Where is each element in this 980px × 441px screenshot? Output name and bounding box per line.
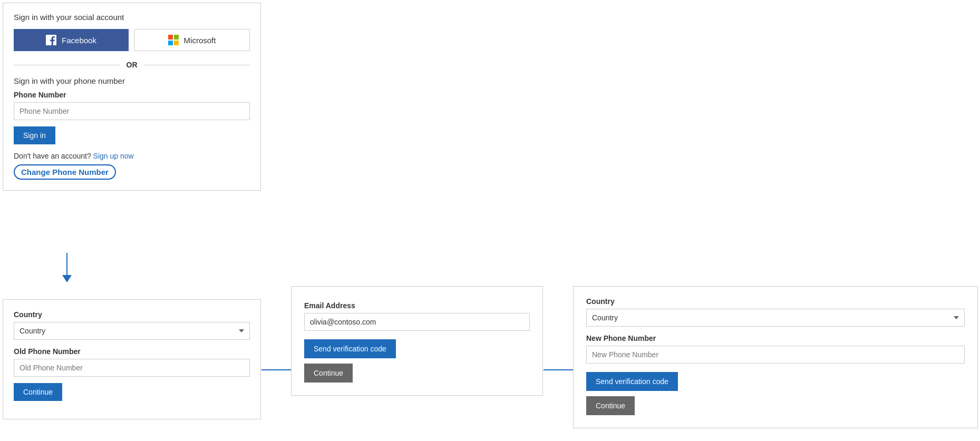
new-phone-label: New Phone Number (586, 334, 965, 342)
new-phone-panel: Country Country New Phone Number Send ve… (573, 286, 978, 428)
divider-line-left (14, 65, 120, 65)
new-country-label: Country (586, 297, 965, 306)
no-account-text: Don't have an account? (14, 152, 91, 160)
change-phone-link[interactable]: Change Phone Number (14, 164, 116, 180)
change-phone-panel: Country Country Old Phone Number Continu… (3, 299, 261, 419)
divider-line-right (144, 65, 250, 65)
email-continue-button[interactable]: Continue (304, 364, 353, 383)
country-label: Country (14, 310, 250, 319)
change-continue-button[interactable]: Continue (14, 383, 62, 401)
arrow-down-line (66, 253, 67, 277)
social-buttons-container: Facebook Microsoft (14, 29, 250, 51)
arrow-down-head (62, 275, 72, 282)
arrow-line-2 (544, 369, 573, 370)
divider: OR (14, 61, 250, 69)
phone-number-label: Phone Number (14, 91, 250, 99)
signin-panel: Sign in with your social account Faceboo… (3, 3, 261, 191)
country-select[interactable]: Country (14, 322, 250, 340)
new-phone-input[interactable] (586, 346, 965, 364)
social-title: Sign in with your social account (14, 13, 250, 22)
facebook-button[interactable]: Facebook (14, 29, 129, 51)
facebook-icon (46, 35, 56, 45)
microsoft-label: Microsoft (184, 36, 216, 45)
email-send-code-button[interactable]: Send verification code (304, 339, 396, 358)
new-country-select[interactable]: Country (586, 309, 965, 327)
signup-link[interactable]: Sign up now (93, 152, 134, 160)
old-phone-label: Old Phone Number (14, 347, 250, 356)
old-phone-input[interactable] (14, 359, 250, 377)
email-label: Email Address (304, 301, 530, 310)
phone-number-input[interactable] (14, 102, 250, 120)
signin-footer: Don't have an account? Sign up now (14, 152, 250, 160)
new-send-code-button[interactable]: Send verification code (586, 372, 678, 391)
arrow-line-1 (261, 369, 291, 370)
microsoft-icon (168, 35, 179, 45)
facebook-label: Facebook (62, 36, 96, 45)
email-panel: Email Address Send verification code Con… (291, 286, 543, 396)
email-input[interactable] (304, 313, 530, 331)
new-continue-button[interactable]: Continue (586, 396, 635, 415)
divider-text: OR (120, 61, 144, 69)
signin-button[interactable]: Sign in (14, 126, 55, 144)
phone-signin-title: Sign in with your phone number (14, 76, 250, 85)
microsoft-button[interactable]: Microsoft (134, 29, 250, 51)
